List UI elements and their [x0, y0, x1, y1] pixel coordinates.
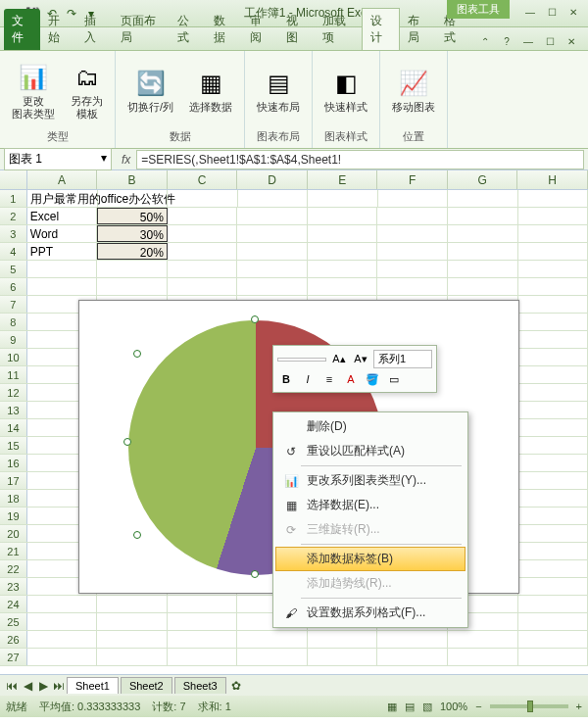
col-A[interactable]: A: [27, 170, 98, 189]
cell[interactable]: PPT: [27, 243, 98, 260]
cell[interactable]: [308, 631, 378, 648]
cell[interactable]: [97, 596, 168, 612]
cell[interactable]: Word: [27, 225, 98, 242]
ctx-format-data-series[interactable]: 🖌设置数据系列格式(F)...: [275, 601, 466, 625]
col-H[interactable]: H: [517, 170, 588, 189]
cell[interactable]: [237, 278, 308, 295]
tab-chart-layout[interactable]: 布局: [400, 9, 436, 50]
ctx-change-chart-type[interactable]: 📊更改系列图表类型(Y)...: [275, 468, 466, 493]
close-button[interactable]: ✕: [564, 7, 582, 21]
row-header[interactable]: 1: [0, 190, 27, 207]
cell[interactable]: [518, 578, 588, 595]
cell[interactable]: [448, 208, 518, 224]
ctx-delete[interactable]: 删除(D): [275, 414, 466, 439]
cell[interactable]: [308, 190, 377, 207]
outline-button[interactable]: ▭: [385, 370, 403, 388]
cell[interactable]: [518, 596, 588, 612]
italic-button[interactable]: I: [299, 370, 317, 388]
cell[interactable]: [518, 472, 588, 489]
tab-review[interactable]: 审阅: [242, 9, 278, 50]
cell[interactable]: [308, 243, 378, 260]
row-header[interactable]: 24: [0, 596, 27, 612]
cell[interactable]: [448, 243, 518, 260]
cell[interactable]: [377, 278, 448, 295]
view-layout-icon[interactable]: ▤: [405, 701, 415, 713]
select-data-button[interactable]: ▦ 选择数据: [185, 66, 236, 116]
minimize-button[interactable]: —: [521, 7, 539, 21]
cell[interactable]: [97, 613, 168, 630]
zoom-slider[interactable]: [490, 704, 568, 708]
cell[interactable]: [377, 261, 448, 277]
tab-nav-last[interactable]: ⏭: [51, 679, 67, 693]
row-header[interactable]: 23: [0, 578, 27, 595]
zoom-thumb[interactable]: [527, 701, 533, 712]
col-D[interactable]: D: [237, 170, 308, 189]
cell[interactable]: [448, 190, 517, 207]
ctx-select-data[interactable]: ▦选择数据(E)...: [275, 493, 466, 517]
cell[interactable]: [168, 596, 238, 612]
help-icon[interactable]: ?: [498, 36, 515, 50]
cell[interactable]: 20%: [97, 243, 168, 260]
font-selector[interactable]: [277, 358, 326, 362]
row-header[interactable]: 15: [0, 437, 27, 454]
cell[interactable]: [27, 261, 98, 277]
cell[interactable]: [518, 419, 588, 436]
cell[interactable]: [448, 225, 518, 242]
cell[interactable]: [377, 649, 448, 665]
cell[interactable]: Excel: [27, 208, 98, 224]
cell[interactable]: [27, 649, 98, 665]
row-header[interactable]: 11: [0, 366, 27, 383]
select-all-corner[interactable]: [0, 170, 27, 189]
row-header[interactable]: 12: [0, 384, 27, 401]
cell[interactable]: [308, 261, 378, 277]
tab-file[interactable]: 文件: [4, 9, 40, 50]
cell[interactable]: [448, 649, 518, 665]
cell[interactable]: [168, 225, 238, 242]
sheet-tab-1[interactable]: Sheet1: [67, 677, 119, 694]
cell[interactable]: [518, 225, 588, 242]
tab-data[interactable]: 数据: [206, 9, 242, 50]
tab-insert[interactable]: 插入: [76, 9, 113, 50]
cell[interactable]: [27, 631, 98, 648]
move-chart-button[interactable]: 📈 移动图表: [388, 66, 439, 116]
cell[interactable]: [518, 525, 588, 542]
cell[interactable]: [518, 631, 588, 648]
cell[interactable]: [168, 613, 238, 630]
cell[interactable]: [518, 560, 588, 577]
maximize-button[interactable]: ☐: [543, 7, 561, 21]
cell[interactable]: [378, 190, 448, 207]
tab-home[interactable]: 开始: [40, 9, 76, 50]
cell[interactable]: 用户最常用的office办公软件: [27, 190, 98, 207]
cell[interactable]: [518, 243, 588, 260]
cell[interactable]: [168, 649, 238, 665]
cell[interactable]: [448, 278, 518, 295]
row-header[interactable]: 19: [0, 508, 27, 524]
col-C[interactable]: C: [168, 170, 238, 189]
cell[interactable]: [518, 508, 588, 524]
selection-handle[interactable]: [123, 438, 131, 446]
tab-view[interactable]: 视图: [278, 9, 315, 50]
cell[interactable]: [518, 613, 588, 630]
cell[interactable]: [377, 631, 448, 648]
change-chart-type-button[interactable]: 📊 更改 图表类型: [8, 60, 59, 122]
fx-icon[interactable]: fx: [116, 153, 136, 167]
selection-handle[interactable]: [133, 531, 141, 539]
row-header[interactable]: 13: [0, 402, 27, 418]
ctx-reset-style[interactable]: ↺重设以匹配样式(A): [275, 439, 466, 463]
align-button[interactable]: ≡: [320, 370, 338, 388]
cell[interactable]: [168, 190, 237, 207]
row-header[interactable]: 14: [0, 419, 27, 436]
row-header[interactable]: 4: [0, 243, 27, 260]
cell[interactable]: [448, 631, 518, 648]
cell[interactable]: [308, 649, 378, 665]
cell[interactable]: [27, 596, 98, 612]
cell[interactable]: [98, 190, 168, 207]
name-box[interactable]: 图表 1▾: [4, 148, 112, 170]
tab-page-layout[interactable]: 页面布局: [113, 9, 170, 50]
cell[interactable]: [237, 208, 308, 224]
tab-addins[interactable]: 加载项: [315, 9, 362, 50]
view-normal-icon[interactable]: ▦: [387, 701, 397, 713]
doc-restore-button[interactable]: ☐: [541, 36, 559, 50]
row-header[interactable]: 16: [0, 455, 27, 471]
row-header[interactable]: 2: [0, 208, 27, 224]
